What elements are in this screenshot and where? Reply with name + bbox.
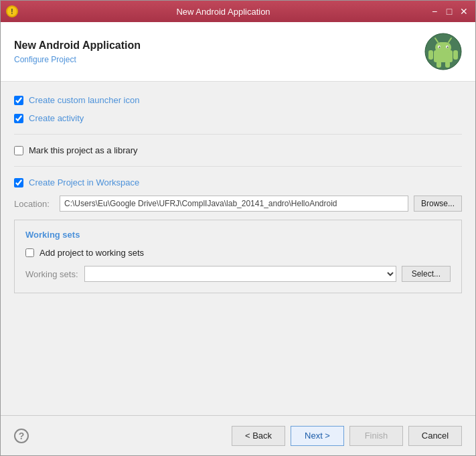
page-subtitle: Configure Project (14, 55, 76, 64)
location-row: Location: Browse... (14, 196, 462, 212)
footer: ? < Back Next > Finish Cancel (1, 415, 475, 455)
window-controls: − □ ✕ (428, 5, 470, 17)
finish-button[interactable]: Finish (349, 426, 403, 446)
svg-rect-10 (453, 50, 458, 60)
location-input[interactable] (60, 196, 408, 212)
page-title: New Android Application (14, 40, 141, 52)
mark-library-label: Mark this project as a library (29, 145, 138, 155)
header-text: New Android Application Configure Projec… (14, 40, 141, 64)
main-window: ! New Android Application − □ ✕ New Andr… (0, 0, 476, 456)
svg-rect-9 (428, 50, 433, 60)
create-launcher-checkbox[interactable] (14, 96, 23, 105)
location-label: Location: (14, 199, 54, 209)
svg-point-6 (447, 47, 449, 48)
close-button[interactable]: ✕ (458, 5, 470, 17)
title-bar: ! New Android Application − □ ✕ (1, 1, 475, 22)
separator-2 (14, 166, 462, 167)
next-button[interactable]: Next > (291, 426, 344, 446)
create-launcher-label: Create custom launcher icon (29, 95, 139, 105)
create-workspace-label: Create Project in Workspace (29, 177, 139, 187)
footer-left: ? (14, 429, 29, 443)
create-activity-row: Create activity (14, 113, 462, 123)
browse-button[interactable]: Browse... (414, 196, 462, 212)
android-logo (424, 33, 462, 70)
app-icon: ! (6, 5, 18, 17)
separator-1 (14, 134, 462, 135)
header: New Android Application Configure Projec… (1, 22, 475, 82)
select-button[interactable]: Select... (402, 266, 451, 282)
svg-rect-12 (445, 61, 450, 68)
mark-library-row: Mark this project as a library (14, 145, 462, 155)
create-workspace-checkbox[interactable] (14, 178, 23, 187)
svg-point-5 (439, 47, 441, 48)
working-sets-label: Working sets: (25, 269, 79, 279)
create-launcher-row: Create custom launcher icon (14, 95, 462, 105)
maximize-button[interactable]: □ (443, 5, 455, 17)
working-sets-field-row: Working sets: Select... (25, 266, 451, 282)
add-working-sets-label: Add project to working sets (39, 248, 144, 258)
minimize-button[interactable]: − (428, 5, 441, 17)
mark-library-checkbox[interactable] (14, 146, 23, 155)
create-activity-checkbox[interactable] (14, 114, 23, 123)
add-working-sets-checkbox[interactable] (25, 248, 34, 257)
help-icon[interactable]: ? (14, 429, 29, 443)
window-title: New Android Application (18, 7, 428, 17)
svg-rect-2 (435, 42, 451, 53)
add-working-sets-row: Add project to working sets (25, 248, 451, 258)
create-activity-label: Create activity (29, 113, 84, 123)
svg-rect-11 (437, 61, 441, 68)
working-sets-select[interactable] (84, 266, 396, 282)
content-area: Create custom launcher icon Create activ… (1, 82, 475, 415)
back-button[interactable]: < Back (232, 426, 285, 446)
working-sets-title: Working sets (25, 230, 451, 240)
cancel-button[interactable]: Cancel (408, 426, 462, 446)
create-workspace-row: Create Project in Workspace (14, 177, 462, 187)
footer-buttons: < Back Next > Finish Cancel (232, 426, 462, 446)
working-sets-group: Working sets Add project to working sets… (14, 220, 462, 293)
